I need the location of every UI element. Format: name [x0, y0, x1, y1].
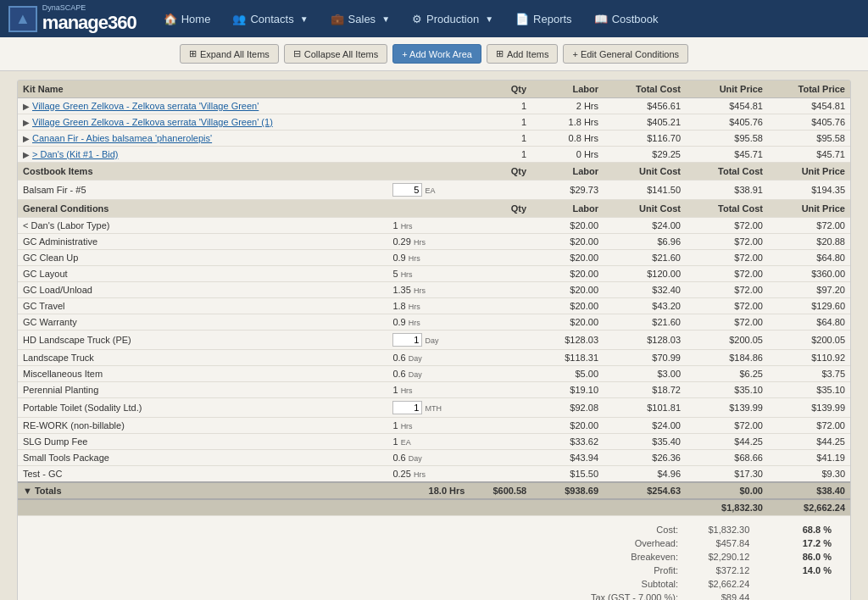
col-total-cost: Total Cost	[604, 81, 686, 98]
summary-row: Overhead: $457.84 17.2 %	[565, 536, 837, 550]
col-qty: Qty	[470, 81, 531, 98]
main-table: Kit Name Qty Labor Total Cost Unit Price…	[18, 81, 850, 516]
brand-logo: ▲ DynaSCAPE manage360	[8, 4, 136, 34]
nav-home[interactable]: 🏠 Home	[153, 8, 221, 31]
gc-row: RE-WORK (non-billable) 1 Hrs $20.00 $24.…	[18, 418, 850, 434]
gc-row: GC Clean Up 0.9 Hrs $20.00 $21.60 $72.00…	[18, 250, 850, 266]
totals-row-2: $1,832.30 $2,662.24	[18, 499, 850, 516]
summary-row: Tax (GST - 7.000 %): $89.44	[565, 591, 837, 600]
totals-row: ▼ Totals 18.0 Hrs $600.58 $938.69 $254.6…	[18, 482, 850, 499]
gc-row: Test - GC 0.25 Hrs $15.50 $4.96 $17.30 $…	[18, 466, 850, 483]
col-qty-input	[387, 81, 470, 98]
expand-icon[interactable]: ▶	[23, 150, 30, 159]
nav-production[interactable]: ⚙ Production ▼	[402, 8, 504, 31]
add-items-icon: ⊞	[496, 48, 504, 59]
chevron-down-icon: ▼	[381, 14, 390, 24]
summary-row: Profit: $372.12 14.0 %	[565, 564, 837, 577]
expand-icon[interactable]: ▶	[23, 118, 30, 127]
reports-icon: 📄	[515, 13, 529, 25]
add-work-area-button[interactable]: + Add Work Area	[392, 44, 481, 64]
logo-triangle: ▲	[15, 10, 31, 28]
summary-row: Breakeven: $2,290.12 86.0 %	[565, 550, 837, 564]
expand-icon[interactable]: ▶	[23, 134, 30, 143]
kit-row: ▶Village Green Zelkova - Zelkova serrata…	[18, 114, 850, 131]
navbar: ▲ DynaSCAPE manage360 🏠 Home 👥 Contacts …	[0, 0, 868, 37]
main-content: Kit Name Qty Labor Total Cost Unit Price…	[0, 71, 868, 600]
expand-icon[interactable]: ▶	[23, 102, 30, 111]
collapse-icon: ⊟	[293, 48, 301, 59]
production-icon: ⚙	[412, 13, 422, 25]
kit-header-row: Kit Name Qty Labor Total Cost Unit Price…	[18, 81, 850, 98]
qty-input[interactable]	[392, 183, 422, 197]
gc-row: GC Layout 5 Hrs $20.00 $120.00 $72.00 $3…	[18, 266, 850, 282]
chevron-down-icon: ▼	[300, 14, 309, 24]
gc-row: Landscape Truck 0.6 Day $118.31 $70.99 $…	[18, 350, 850, 366]
gc-row: Portable Toilet (Sodality Ltd.) MTH $92.…	[18, 398, 850, 418]
gc-row: Perennial Planting 1 Hrs $19.10 $18.72 $…	[18, 382, 850, 398]
col-unit-price: Unit Price	[686, 81, 768, 98]
summary-section: Cost: $1,832.30 68.8 % Overhead: $457.84…	[18, 516, 850, 600]
gc-row: Small Tools Package 0.6 Day $43.94 $26.3…	[18, 450, 850, 466]
gc-section-header: General Conditions Qty Labor Unit Cost T…	[18, 200, 850, 218]
nav-sales[interactable]: 💼 Sales ▼	[320, 8, 400, 31]
qty-input[interactable]	[392, 333, 422, 347]
kit-row: ▶Canaan Fir - Abies balsamea 'phanerolep…	[18, 131, 850, 147]
nav-items: 🏠 Home 👥 Contacts ▼ 💼 Sales ▼ ⚙ Producti…	[153, 8, 860, 31]
gc-row: HD Landscape Truck (PE) Day $128.03 $128…	[18, 331, 850, 350]
summary-row: Subtotal: $2,662.24	[565, 577, 837, 591]
col-kit-name: Kit Name	[18, 81, 387, 98]
content-box: Kit Name Qty Labor Total Cost Unit Price…	[17, 80, 851, 600]
col-total-price: Total Price	[768, 81, 850, 98]
gc-row: < Dan's (Labor Type) 1 Hrs $20.00 $24.00…	[18, 218, 850, 234]
costbook-icon: 📖	[594, 13, 608, 25]
gc-row: GC Administrative 0.29 Hrs $20.00 $6.96 …	[18, 234, 850, 250]
costbook-row: Balsam Fir - #5 EA $29.73 $141.50 $38.91…	[18, 181, 850, 200]
col-labor: Labor	[531, 81, 604, 98]
add-items-button[interactable]: ⊞ Add Items	[487, 44, 559, 64]
expand-all-button[interactable]: ⊞ Expand All Items	[180, 44, 279, 64]
edit-general-conditions-button[interactable]: + Edit General Conditions	[563, 44, 688, 64]
expand-icon: ⊞	[189, 48, 197, 59]
nav-costbook[interactable]: 📖 Costbook	[584, 8, 669, 31]
gc-row: GC Load/Unload 1.35 Hrs $20.00 $32.40 $7…	[18, 282, 850, 298]
costbook-section-header: Costbook Items Qty Labor Unit Cost Total…	[18, 163, 850, 181]
qty-input[interactable]	[392, 401, 422, 414]
gc-row: Miscellaneous Item 0.6 Day $5.00 $3.00 $…	[18, 366, 850, 382]
logo-box: ▲	[8, 6, 37, 32]
collapse-all-button[interactable]: ⊟ Collapse All Items	[284, 44, 387, 64]
summary-table: Cost: $1,832.30 68.8 % Overhead: $457.84…	[565, 523, 837, 600]
gc-row: GC Warranty 0.9 Hrs $20.00 $21.60 $72.00…	[18, 314, 850, 331]
gc-row: GC Travel 1.8 Hrs $20.00 $43.20 $72.00 $…	[18, 298, 850, 314]
contacts-icon: 👥	[232, 13, 246, 25]
sales-icon: 💼	[331, 13, 344, 25]
toolbar: ⊞ Expand All Items ⊟ Collapse All Items …	[0, 37, 868, 71]
kit-row: ▶Village Green Zelkova - Zelkova serrata…	[18, 98, 850, 114]
nav-contacts[interactable]: 👥 Contacts ▼	[222, 8, 318, 31]
brand-name: DynaSCAPE manage360	[42, 4, 136, 34]
gc-row: SLG Dump Fee 1 EA $33.62 $35.40 $44.25 $…	[18, 434, 850, 450]
kit-row: ▶> Dan's (Kit #1 - Bid) 1 0 Hrs $29.25 $…	[18, 147, 850, 163]
home-icon: 🏠	[164, 13, 177, 25]
chevron-down-icon: ▼	[485, 14, 493, 24]
summary-row: Cost: $1,832.30 68.8 %	[565, 523, 837, 536]
nav-reports[interactable]: 📄 Reports	[505, 8, 582, 31]
